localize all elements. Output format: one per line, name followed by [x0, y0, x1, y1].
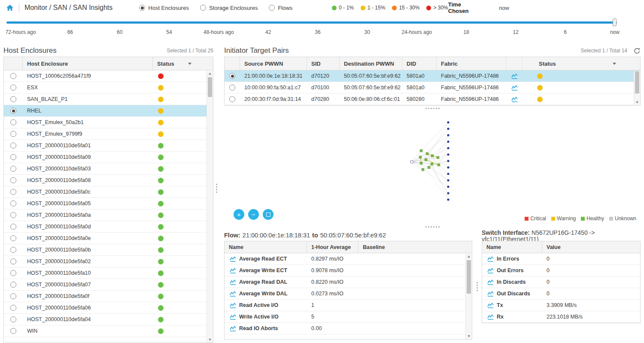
vertical-splitter[interactable]: [472, 230, 482, 343]
switch-metric-row[interactable]: Out Errors0: [482, 265, 640, 276]
host-enclosure-row[interactable]: HOST_200000110de5fa05: [4, 198, 213, 209]
flow-metric-row[interactable]: Average Write DAL0.0273 ms/IO: [225, 288, 472, 300]
host-enclosure-row[interactable]: HOST_200000110de5fa0b: [4, 244, 213, 256]
horizontal-splitter[interactable]: [224, 106, 641, 111]
line-chart-icon[interactable]: [487, 268, 494, 273]
host-enclosure-row[interactable]: HOST_Emulex_9799f9: [4, 128, 213, 140]
row-radio[interactable]: [10, 316, 16, 322]
line-chart-icon[interactable]: [230, 268, 236, 273]
scroll-down-icon[interactable]: [466, 334, 472, 339]
row-radio[interactable]: [10, 96, 16, 102]
itp-row[interactable]: 20:00:30:f7:0d:9a:31:14d7028050:06:0e:80…: [225, 94, 640, 105]
row-radio[interactable]: [10, 282, 16, 288]
scrollbar-track[interactable]: [466, 259, 472, 334]
row-radio[interactable]: [10, 85, 16, 91]
host-enclosure-row[interactable]: HOST_200000110de5fa0d: [4, 221, 213, 233]
line-chart-icon[interactable]: [230, 303, 236, 308]
row-radio[interactable]: [10, 108, 16, 114]
scrollbar-track[interactable]: [207, 76, 213, 337]
line-chart-icon[interactable]: [511, 97, 518, 102]
home-icon[interactable]: [6, 4, 14, 11]
filter-caret-icon[interactable]: [188, 63, 191, 65]
scrollbar-track[interactable]: [634, 71, 640, 100]
row-radio[interactable]: [10, 143, 16, 149]
host-enclosure-row[interactable]: HOST_200000110de5fa04: [4, 314, 213, 325]
row-radio[interactable]: [10, 270, 16, 276]
host-enclosure-row[interactable]: SAN_BLAZE_P1: [4, 94, 213, 105]
flow-metric-row[interactable]: Average Read ECT0.8297 ms/IO: [225, 253, 472, 265]
row-radio[interactable]: [10, 73, 16, 79]
host-enclosure-row[interactable]: HOST_200000110de5fa09: [4, 152, 213, 163]
scroll-up-icon[interactable]: [466, 254, 472, 259]
host-enclosure-row[interactable]: HOST_200000110de5fa06: [4, 302, 213, 314]
line-chart-icon[interactable]: [487, 256, 494, 262]
line-chart-icon[interactable]: [230, 314, 236, 320]
filter-caret-icon[interactable]: [613, 63, 616, 65]
host-enclosure-row[interactable]: RHEL: [4, 105, 213, 117]
horizontal-splitter[interactable]: [224, 224, 641, 230]
row-radio[interactable]: [10, 305, 16, 311]
host-enclosure-row[interactable]: HOST_Emulex_50a2b1: [4, 117, 213, 128]
row-radio[interactable]: [229, 96, 235, 102]
flow-metric-row[interactable]: Read Active I/O1: [225, 300, 472, 311]
line-chart-icon[interactable]: [230, 291, 236, 297]
switch-metric-row[interactable]: Rx223.1018 MB/s: [482, 311, 640, 323]
scroll-down-icon[interactable]: [634, 100, 640, 105]
row-radio[interactable]: [10, 293, 16, 299]
flow-table-scrollbar[interactable]: [465, 254, 472, 339]
host-enclosure-row[interactable]: HOST_200000110de5fa0e: [4, 233, 213, 244]
scrollbar-thumb[interactable]: [467, 260, 471, 294]
row-radio[interactable]: [10, 200, 16, 206]
row-radio[interactable]: [229, 85, 235, 91]
host-enclosure-row[interactable]: HOST_200000110de5fa07: [4, 279, 213, 291]
line-chart-icon[interactable]: [511, 73, 518, 79]
host-enclosure-row[interactable]: HOST_200000110de5fa03: [4, 163, 213, 175]
line-chart-icon[interactable]: [511, 85, 518, 91]
row-radio[interactable]: [10, 328, 16, 334]
view-option-host-enclosures[interactable]: Host Enclosures: [139, 5, 189, 11]
time-slider-track[interactable]: [6, 21, 617, 24]
flow-metric-row[interactable]: Write Active I/O5: [225, 311, 472, 323]
line-chart-icon[interactable]: [487, 314, 494, 320]
switch-metric-row[interactable]: Tx3.3909 MB/s: [482, 300, 640, 311]
itp-row[interactable]: 21:00:00:0e:1e:18:18:31d7012050:05:07:60…: [225, 70, 640, 82]
flow-metric-row[interactable]: Read IO Aborts0.00: [225, 323, 472, 334]
topology-svg[interactable]: [224, 111, 636, 219]
row-radio[interactable]: [10, 224, 16, 230]
time-slider-handle[interactable]: [613, 18, 617, 26]
scrollbar-thumb[interactable]: [635, 71, 639, 94]
row-radio[interactable]: [10, 235, 16, 241]
host-enclosure-row[interactable]: WIN: [4, 325, 213, 337]
host-enclosure-row[interactable]: ESX: [4, 82, 213, 94]
row-radio[interactable]: [229, 73, 235, 79]
switch-metric-row[interactable]: Out Discards0: [482, 288, 640, 300]
host-enclosure-row[interactable]: HOST_200000110de5fa10: [4, 267, 213, 279]
host-enclosure-row[interactable]: HOST_200000110de5fa08: [4, 175, 213, 186]
panel-splitter[interactable]: [216, 184, 217, 193]
row-radio[interactable]: [10, 154, 16, 160]
row-radio[interactable]: [10, 258, 16, 264]
host-enclosure-row[interactable]: HOST_200000110de5fa0a: [4, 209, 213, 221]
flow-metric-row[interactable]: Average Read DAL0.8220 ms/IO: [225, 276, 472, 288]
refresh-icon[interactable]: [633, 47, 641, 55]
host-table-scrollbar[interactable]: [207, 71, 213, 343]
host-enclosure-row[interactable]: HOST_200000110de5fa02: [4, 256, 213, 267]
itp-row[interactable]: 10:00:00:90:fa:50:a1:c7d7010050:05:07:60…: [225, 82, 640, 94]
row-radio[interactable]: [10, 166, 16, 172]
view-option-storage-enclosures[interactable]: Storage Enclosures: [200, 5, 258, 11]
host-enclosure-row[interactable]: HOST_200000110de5fa01: [4, 140, 213, 152]
row-radio[interactable]: [10, 177, 16, 183]
host-enclosure-row[interactable]: HOST_200000110de5fa0c: [4, 186, 213, 198]
zoom-in-button[interactable]: +: [234, 209, 244, 220]
line-chart-icon[interactable]: [487, 279, 494, 285]
host-enclosure-row[interactable]: HOST_10006c2056a471f9: [4, 70, 213, 82]
itp-table-scrollbar[interactable]: [634, 71, 640, 105]
line-chart-icon[interactable]: [230, 326, 236, 331]
line-chart-icon[interactable]: [487, 303, 494, 308]
host-enclosure-row[interactable]: HOST_200000110de5fa0f: [4, 291, 213, 302]
switch-metric-row[interactable]: In Discards0: [482, 276, 640, 288]
flow-metric-row[interactable]: Average Write ECT0.9078 ms/IO: [225, 265, 472, 276]
zoom-out-button[interactable]: −: [248, 209, 259, 220]
row-radio[interactable]: [10, 212, 16, 218]
switch-metric-row[interactable]: In Errors0: [482, 253, 640, 265]
